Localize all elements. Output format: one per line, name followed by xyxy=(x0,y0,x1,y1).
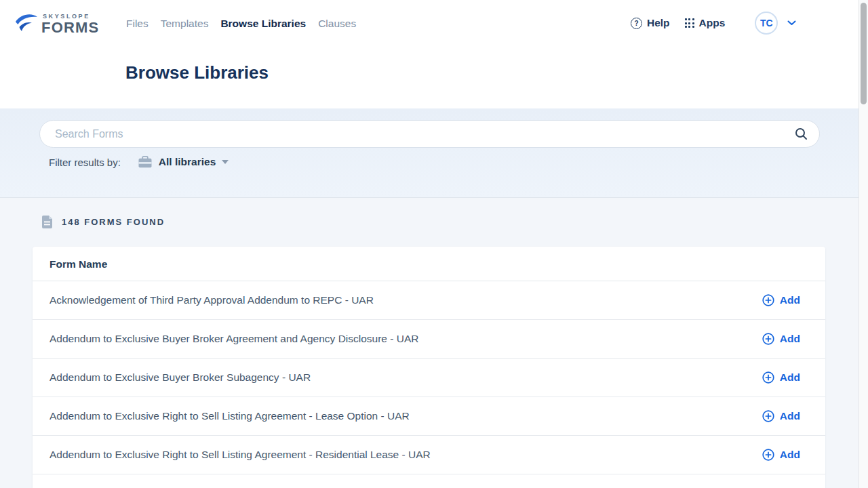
form-name: Addendum to Exclusive Buyer Broker Subag… xyxy=(50,371,311,384)
apps-grid-icon[interactable] xyxy=(685,18,694,28)
main-nav: Files Templates Browse Libraries Clauses xyxy=(126,18,356,30)
add-circle-plus-icon xyxy=(762,449,774,461)
search-bar xyxy=(39,120,820,148)
search-icon[interactable] xyxy=(795,127,808,143)
nav-item-templates[interactable]: Templates xyxy=(161,18,209,30)
brand-name-bottom: FORMS xyxy=(41,20,99,35)
table-row: Addendum to Exclusive Buyer Broker Subag… xyxy=(33,359,825,397)
app-header: SKYSLOPE FORMS Files Templates Browse Li… xyxy=(0,0,868,108)
help-icon[interactable]: ? xyxy=(631,18,642,29)
table-row: Acknowledgement of Third Party Approval … xyxy=(33,281,825,320)
table-row: Addendum to Exclusive Buyer Broker Agree… xyxy=(33,320,825,359)
add-button[interactable]: Add xyxy=(762,371,800,384)
add-button[interactable]: Add xyxy=(762,333,800,345)
add-circle-plus-icon xyxy=(762,410,774,422)
nav-item-clauses[interactable]: Clauses xyxy=(318,18,356,30)
search-filter-section: Filter results by: All libraries xyxy=(0,108,868,198)
chevron-down-icon[interactable] xyxy=(787,20,796,26)
document-icon xyxy=(41,215,53,229)
form-name: Addendum to Exclusive Buyer Broker Agree… xyxy=(50,333,418,345)
form-name: Addendum to Exclusive Right to Sell List… xyxy=(50,449,431,461)
form-name: Addendum to Exclusive Right to Sell List… xyxy=(50,410,410,422)
add-button-label: Add xyxy=(780,294,800,306)
add-button-label: Add xyxy=(780,371,800,384)
add-button-label: Add xyxy=(780,449,800,461)
apps-button[interactable]: Apps xyxy=(699,17,726,29)
library-filter-dropdown[interactable]: All libraries xyxy=(159,156,216,168)
filter-label: Filter results by: xyxy=(49,157,121,168)
table-row: Addendum to Exclusive Right to Sell List… xyxy=(33,436,825,474)
search-input[interactable] xyxy=(39,120,820,148)
forms-table-card: Form Name Acknowledgement of Third Party… xyxy=(33,247,825,488)
add-button-label: Add xyxy=(780,333,800,345)
add-button-label: Add xyxy=(780,410,800,422)
skyslope-forms-logo[interactable]: SKYSLOPE FORMS xyxy=(15,12,99,36)
nav-item-browse-libraries[interactable]: Browse Libraries xyxy=(220,18,306,30)
caret-down-icon[interactable] xyxy=(222,160,229,164)
table-body: Acknowledgement of Third Party Approval … xyxy=(33,281,825,474)
briefcase-icon xyxy=(138,156,152,168)
form-name: Acknowledgement of Third Party Approval … xyxy=(50,294,374,306)
table-row-partial xyxy=(33,474,825,488)
add-circle-plus-icon xyxy=(762,333,774,345)
add-button[interactable]: Add xyxy=(762,410,800,422)
add-circle-plus-icon xyxy=(762,371,774,384)
add-button[interactable]: Add xyxy=(762,294,800,306)
page-scrollbar[interactable] xyxy=(859,0,868,488)
results-count-row: 148 FORMS FOUND xyxy=(41,215,165,229)
avatar[interactable]: TC xyxy=(755,12,778,35)
logo-swoosh-icon xyxy=(15,12,38,36)
header-actions: ? Help Apps TC xyxy=(631,12,796,35)
scrollbar-thumb[interactable] xyxy=(861,3,867,104)
forms-found-count: 148 FORMS FOUND xyxy=(62,217,165,227)
filter-row: Filter results by: All libraries xyxy=(49,156,229,168)
add-circle-plus-icon xyxy=(762,294,774,306)
nav-item-files[interactable]: Files xyxy=(126,18,149,30)
table-row: Addendum to Exclusive Right to Sell List… xyxy=(33,397,825,436)
add-button[interactable]: Add xyxy=(762,449,800,461)
help-button[interactable]: Help xyxy=(647,17,670,29)
page-title: Browse Libraries xyxy=(125,62,269,83)
table-header-form-name: Form Name xyxy=(33,247,825,281)
